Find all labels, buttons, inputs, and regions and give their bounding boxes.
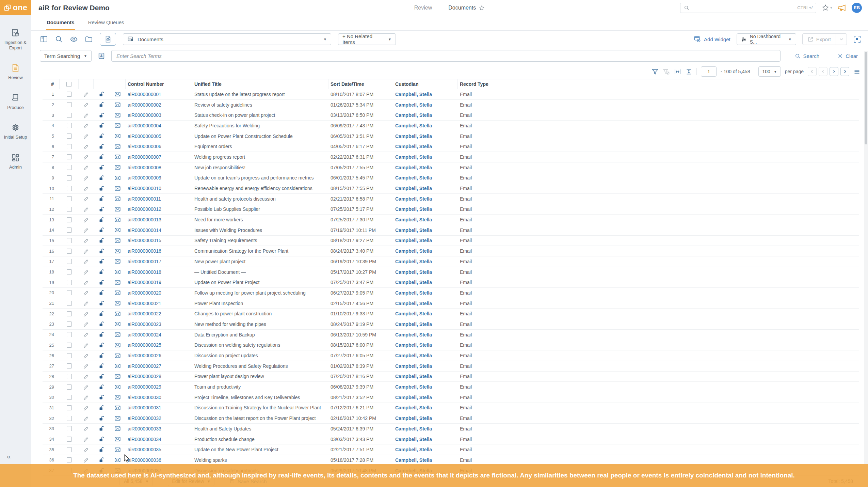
custodian-cell[interactable]: Campbell, Stella	[393, 290, 458, 296]
control-number-link[interactable]: aiR0000000020	[128, 290, 161, 296]
row-checkbox[interactable]	[67, 321, 72, 327]
control-number-link[interactable]: aiR0000000001	[128, 92, 161, 97]
control-number-link[interactable]: aiR0000000031	[128, 405, 161, 410]
unlock-icon[interactable]	[98, 300, 105, 307]
edit-icon[interactable]	[83, 279, 90, 286]
row-checkbox[interactable]	[67, 186, 72, 191]
unlock-icon[interactable]	[98, 164, 105, 171]
unlock-icon[interactable]	[98, 342, 105, 348]
unlock-icon[interactable]	[98, 112, 105, 119]
table-row[interactable]: 28 aiR0000000028 Power plant layout desi…	[43, 372, 859, 382]
edit-icon[interactable]	[83, 457, 90, 463]
collapse-sidebar-button[interactable]: «	[0, 453, 31, 460]
table-row[interactable]: 13 aiR0000000013 Need for more workers 0…	[43, 215, 859, 225]
custodian-cell[interactable]: Campbell, Stella	[393, 259, 458, 264]
control-number-link[interactable]: aiR0000000009	[128, 175, 161, 180]
sidebar-item-produce[interactable]: Produce	[0, 93, 31, 110]
new-document-view-button[interactable]	[100, 33, 116, 46]
row-checkbox[interactable]	[67, 238, 72, 243]
unlock-icon[interactable]	[98, 331, 105, 338]
row-checkbox[interactable]	[67, 290, 72, 295]
table-row[interactable]: 23 aiR0000000023 New method for welding …	[43, 319, 859, 330]
row-checkbox[interactable]	[67, 259, 72, 264]
control-number-link[interactable]: aiR0000000024	[128, 332, 161, 337]
avatar[interactable]: EB	[852, 3, 862, 13]
row-checkbox[interactable]	[67, 332, 72, 337]
related-items-select[interactable]: + No Related Items ▼	[338, 33, 396, 45]
sidebar-item-admin[interactable]: Admin	[0, 153, 31, 170]
edit-icon[interactable]	[83, 373, 90, 380]
add-widget-button[interactable]: Add Widget	[694, 35, 730, 43]
edit-icon[interactable]	[83, 101, 90, 108]
custodian-cell[interactable]: Campbell, Stella	[393, 269, 458, 275]
control-number-link[interactable]: aiR0000000027	[128, 363, 161, 369]
table-row[interactable]: 2 aiR0000000002 Review of safety guideli…	[43, 100, 859, 110]
row-checkbox[interactable]	[67, 301, 72, 306]
control-number-link[interactable]: aiR0000000028	[128, 374, 161, 379]
control-number-link[interactable]: aiR0000000035	[128, 447, 161, 452]
row-checkbox[interactable]	[67, 343, 72, 348]
control-number-link[interactable]: aiR0000000036	[128, 457, 161, 463]
row-checkbox[interactable]	[67, 123, 72, 128]
unlock-icon[interactable]	[98, 217, 105, 223]
edit-icon[interactable]	[83, 311, 90, 317]
control-number-link[interactable]: aiR0000000029	[128, 384, 161, 390]
row-checkbox[interactable]	[67, 207, 72, 212]
table-row[interactable]: 33 aiR0000000033 Health and Safety Updat…	[43, 424, 859, 434]
fit-width-icon[interactable]	[674, 68, 681, 75]
control-number-link[interactable]: aiR0000000013	[128, 217, 161, 222]
header-custodian[interactable]: Custodian	[393, 79, 458, 89]
row-checkbox[interactable]	[67, 457, 72, 462]
custodian-cell[interactable]: Campbell, Stella	[393, 301, 458, 306]
custodian-cell[interactable]: Campbell, Stella	[393, 384, 458, 390]
row-checkbox[interactable]	[67, 384, 72, 390]
control-number-link[interactable]: aiR0000000011	[128, 196, 161, 202]
row-checkbox[interactable]	[67, 227, 72, 233]
table-row[interactable]: 30 aiR0000000030 Project Timeline, Miles…	[43, 392, 859, 403]
row-checkbox[interactable]	[67, 217, 72, 222]
edit-icon[interactable]	[83, 112, 90, 119]
header-record-type[interactable]: Record Type	[458, 79, 859, 89]
table-row[interactable]: 29 aiR0000000029 Team and productivity 0…	[43, 382, 859, 392]
custodian-cell[interactable]: Campbell, Stella	[393, 426, 458, 431]
page-size-select[interactable]: 100 ▼	[758, 66, 781, 77]
table-row[interactable]: 9 aiR0000000009 Update on our team's pro…	[43, 173, 859, 184]
edit-icon[interactable]	[83, 154, 90, 160]
table-row[interactable]: 20 aiR0000000020 Follow up meeting for p…	[43, 288, 859, 298]
global-search-input[interactable]	[692, 5, 794, 11]
filter-icon[interactable]	[652, 68, 659, 75]
edit-icon[interactable]	[83, 258, 90, 265]
unlock-icon[interactable]	[98, 206, 105, 213]
edit-icon[interactable]	[83, 331, 90, 338]
row-checkbox[interactable]	[67, 437, 72, 442]
edit-icon[interactable]	[83, 185, 90, 192]
panel-layout-icon[interactable]	[40, 35, 48, 43]
table-row[interactable]: 34 aiR0000000034 Production schedule cha…	[43, 434, 859, 445]
control-number-link[interactable]: aiR0000000030	[128, 395, 161, 400]
table-row[interactable]: 19 aiR0000000019 Update on Power Plant P…	[43, 277, 859, 288]
unlock-icon[interactable]	[98, 237, 105, 244]
custodian-cell[interactable]: Campbell, Stella	[393, 395, 458, 400]
unlock-icon[interactable]	[98, 352, 105, 359]
edit-icon[interactable]	[83, 133, 90, 139]
control-number-link[interactable]: aiR0000000018	[128, 269, 161, 275]
topnav-review[interactable]: Review	[414, 5, 432, 11]
custodian-cell[interactable]: Campbell, Stella	[393, 165, 458, 170]
unlock-icon[interactable]	[98, 373, 105, 380]
control-number-link[interactable]: aiR0000000033	[128, 426, 161, 431]
unlock-icon[interactable]	[98, 415, 105, 422]
edit-icon[interactable]	[83, 321, 90, 327]
previous-page-button[interactable]	[819, 67, 827, 76]
table-row[interactable]: 35 aiR0000000035 Update on the New Power…	[43, 444, 859, 455]
search-button[interactable]: Search	[795, 53, 820, 59]
edit-icon[interactable]	[83, 269, 90, 275]
table-row[interactable]: 5 aiR0000000005 Update on Power Plant Co…	[43, 131, 859, 142]
announcements-megaphone-icon[interactable]	[837, 3, 846, 12]
data-source-select[interactable]: Documents ▼	[123, 33, 331, 45]
export-button[interactable]: Export	[802, 33, 847, 45]
custodian-cell[interactable]: Campbell, Stella	[393, 248, 458, 254]
row-checkbox[interactable]	[67, 447, 72, 452]
unlock-icon[interactable]	[98, 446, 105, 453]
table-row[interactable]: 18 aiR0000000018 — Untitled Document — 0…	[43, 267, 859, 278]
unlock-icon[interactable]	[98, 101, 105, 108]
